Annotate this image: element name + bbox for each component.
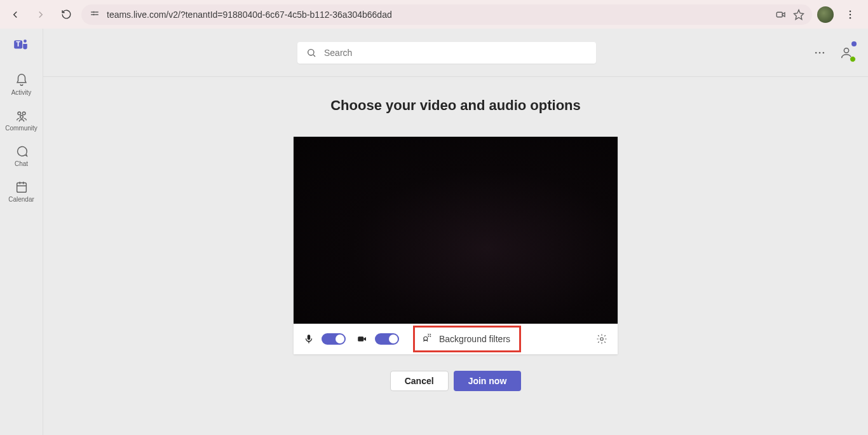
search-input[interactable] [297,42,596,64]
join-now-button[interactable]: Join now [454,371,522,391]
svg-text:T: T [16,40,20,48]
calendar-icon [15,180,29,194]
bookmark-icon[interactable] [793,9,804,20]
mic-toggle[interactable] [322,333,346,345]
join-now-button-label: Join now [468,376,507,386]
presence-available-icon [850,56,856,62]
svg-point-14 [22,112,25,115]
svg-point-25 [600,338,604,341]
svg-point-15 [20,116,23,119]
bell-icon [15,73,29,87]
back-button[interactable] [5,4,25,25]
svg-rect-16 [17,183,26,193]
svg-point-20 [823,52,825,53]
app-top-bar [43,29,868,77]
sidebar-item-label: Chat [15,160,28,167]
svg-point-8 [850,13,851,15]
sidebar-item-community[interactable]: Community [0,102,43,138]
device-settings-button[interactable] [595,332,609,346]
svg-rect-6 [776,12,782,17]
camera-toggle[interactable] [375,333,399,345]
svg-point-21 [844,48,848,52]
url-text: teams.live.com/v2/?tenantId=9188040d-6c6… [107,10,769,20]
video-preview [294,137,618,324]
sidebar-item-activity[interactable]: Activity [0,67,43,102]
sidebar-item-label: Activity [11,89,32,96]
cancel-button[interactable]: Cancel [390,371,449,391]
notification-dot-icon [851,41,857,46]
background-filters-button[interactable]: Background filters [413,326,521,352]
video-controls-bar: Background filters [294,324,618,354]
sidebar-item-calendar[interactable]: Calendar [0,174,43,209]
background-filters-icon [421,332,433,346]
sidebar-item-label: Community [5,125,37,132]
sidebar-item-label: Calendar [8,196,34,203]
svg-rect-23 [358,336,363,342]
browser-menu-button[interactable] [840,4,860,25]
gear-icon [596,333,607,345]
svg-point-5 [93,13,95,15]
camera-icon [356,333,369,345]
reload-button[interactable] [56,4,76,25]
forward-button[interactable] [31,4,51,25]
cancel-button-label: Cancel [405,376,434,386]
action-buttons: Cancel Join now [390,371,522,391]
svg-rect-2 [95,11,98,12]
site-settings-icon[interactable] [89,9,100,20]
video-permission-icon[interactable] [775,9,787,20]
svg-point-18 [815,52,817,53]
chat-icon [15,144,29,158]
svg-rect-3 [95,14,98,15]
browser-right-controls [817,4,863,25]
search-icon [306,48,316,58]
mic-icon [302,333,315,345]
svg-point-17 [308,49,314,55]
prejoin-content: Choose your video and audio options [43,77,868,435]
browser-toolbar: teams.live.com/v2/?tenantId=9188040d-6c6… [0,0,868,29]
page-title: Choose your video and audio options [330,97,581,114]
svg-point-9 [850,17,851,18]
ellipsis-icon [813,46,826,59]
svg-rect-22 [308,335,311,340]
teams-logo-icon[interactable]: T [13,36,31,54]
video-card: Background filters [294,137,618,354]
sidebar-item-chat[interactable]: Chat [0,138,43,174]
profile-button[interactable] [837,44,855,62]
svg-point-19 [819,52,821,53]
sidebar: T Activity Community Chat Calendar [0,29,43,435]
svg-point-13 [18,112,21,115]
svg-point-7 [850,10,851,12]
people-icon [15,109,29,123]
svg-point-4 [93,11,95,13]
search-field[interactable] [324,48,587,58]
address-bar[interactable]: teams.live.com/v2/?tenantId=9188040d-6c6… [81,4,812,25]
background-filters-label: Background filters [439,334,510,344]
svg-point-12 [24,39,27,43]
teams-app: T Activity Community Chat Calendar [0,29,868,435]
main-area: Choose your video and audio options [43,29,868,435]
more-options-button[interactable] [813,46,826,59]
browser-profile-avatar[interactable] [817,6,834,23]
